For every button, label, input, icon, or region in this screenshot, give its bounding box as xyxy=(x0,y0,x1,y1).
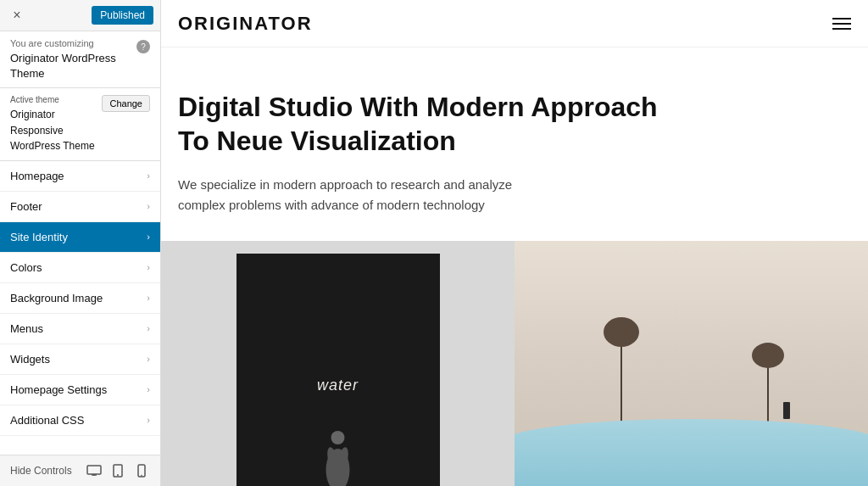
chevron-right-icon: › xyxy=(147,354,150,364)
customizer-sidebar: × Published You are customizing Originat… xyxy=(0,0,161,486)
chevron-right-icon: › xyxy=(147,262,150,272)
book-cover: water xyxy=(236,254,440,486)
active-theme-label: Active theme xyxy=(10,95,102,104)
chevron-right-icon: › xyxy=(147,170,150,181)
customizer-nav: Homepage›Footer›Site Identity›Colors›Bac… xyxy=(0,161,160,455)
gallery-section: water xyxy=(161,241,868,486)
close-icon: × xyxy=(13,8,20,23)
hamburger-line-2 xyxy=(832,23,851,25)
sidebar-item-additional-css[interactable]: Additional CSS› xyxy=(0,405,160,436)
customizing-info: You are customizing Originator WordPress… xyxy=(10,38,136,81)
sidebar-top-bar: × Published xyxy=(0,0,160,31)
landscape-scene xyxy=(515,241,868,486)
chevron-right-icon: › xyxy=(147,232,150,242)
chevron-right-icon: › xyxy=(147,384,150,394)
tree-left xyxy=(620,343,622,427)
sidebar-item-homepage[interactable]: Homepage› xyxy=(0,161,160,192)
pool xyxy=(515,419,868,486)
svg-rect-0 xyxy=(87,466,101,474)
sidebar-footer: Hide Controls xyxy=(0,455,160,486)
help-icon[interactable]: ? xyxy=(136,40,150,53)
mobile-icon[interactable] xyxy=(133,462,150,479)
chevron-right-icon: › xyxy=(147,201,150,211)
nav-item-label: Homepage xyxy=(10,170,64,182)
svg-point-4 xyxy=(117,474,119,476)
svg-point-6 xyxy=(141,475,142,477)
chevron-right-icon: › xyxy=(147,323,150,333)
sidebar-item-homepage-settings[interactable]: Homepage Settings› xyxy=(0,375,160,405)
active-theme-name: Originator Responsive WordPress Theme xyxy=(10,109,95,152)
sidebar-item-widgets[interactable]: Widgets› xyxy=(0,344,160,375)
nav-item-label: Additional CSS xyxy=(10,414,84,427)
chevron-right-icon: › xyxy=(147,415,150,425)
gallery-item-book: water xyxy=(161,241,515,486)
hero-title: Digital Studio With Modern Approach To N… xyxy=(178,90,670,158)
site-header: ORIGINATOR xyxy=(161,0,868,47)
site-preview: ORIGINATOR Digital Studio With Modern Ap… xyxy=(161,0,868,486)
book-title: water xyxy=(317,377,359,394)
published-button[interactable]: Published xyxy=(92,6,153,25)
hero-description: We specialize in modern approach to rese… xyxy=(178,175,517,215)
nav-item-label: Widgets xyxy=(10,353,50,366)
sidebar-item-footer[interactable]: Footer› xyxy=(0,192,160,222)
nav-item-label: Footer xyxy=(10,200,42,213)
sidebar-item-colors[interactable]: Colors› xyxy=(0,253,160,283)
customizing-section: You are customizing Originator WordPress… xyxy=(0,31,160,88)
preview-content: Digital Studio With Modern Approach To N… xyxy=(161,47,868,486)
logo-text: ORIGINATOR xyxy=(178,13,313,34)
nav-item-label: Menus xyxy=(10,322,43,335)
theme-name: Originator WordPress Theme xyxy=(10,52,116,80)
tablet-icon[interactable] xyxy=(109,462,126,479)
hide-controls-label[interactable]: Hide Controls xyxy=(10,465,72,477)
svg-point-7 xyxy=(331,431,344,444)
active-theme-section: Active theme Originator Responsive WordP… xyxy=(0,88,160,161)
site-logo: ORIGINATOR xyxy=(178,13,313,35)
chevron-right-icon: › xyxy=(147,293,150,303)
figure xyxy=(783,402,790,419)
nav-item-label: Site Identity xyxy=(10,231,68,243)
sidebar-item-background-image[interactable]: Background Image› xyxy=(0,283,160,314)
footer-icons xyxy=(86,462,150,479)
sidebar-item-site-identity[interactable]: Site Identity› xyxy=(0,222,160,253)
active-theme-info: Active theme Originator Responsive WordP… xyxy=(10,95,102,154)
sidebar-item-menus[interactable]: Menus› xyxy=(0,314,160,344)
desktop-icon[interactable] xyxy=(86,462,103,479)
nav-item-label: Colors xyxy=(10,261,42,274)
hamburger-line-3 xyxy=(832,28,851,30)
close-button[interactable]: × xyxy=(7,5,27,25)
nav-item-label: Background Image xyxy=(10,292,103,304)
hero-section: Digital Studio With Modern Approach To N… xyxy=(161,47,687,241)
gallery-item-landscape xyxy=(515,241,868,486)
hamburger-line-1 xyxy=(832,18,851,20)
change-theme-button[interactable]: Change xyxy=(102,95,150,112)
hamburger-menu[interactable] xyxy=(832,18,851,30)
nav-item-label: Homepage Settings xyxy=(10,383,107,396)
customizing-label: You are customizing xyxy=(10,38,136,48)
